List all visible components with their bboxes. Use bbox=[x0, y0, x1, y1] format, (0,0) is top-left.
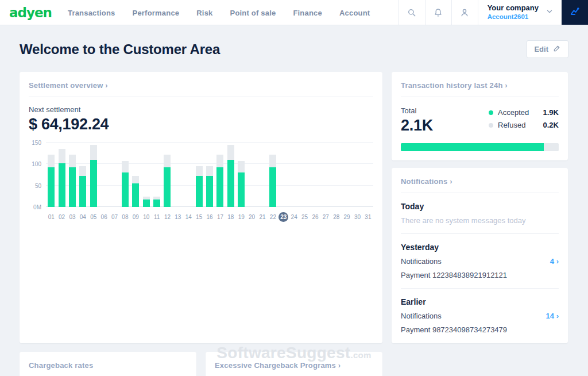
nav-item-performance[interactable]: Performance bbox=[133, 9, 180, 17]
chevron-down-icon bbox=[546, 7, 554, 18]
customer-area-main: Welcome to the Customer Area Edit Settle… bbox=[0, 40, 588, 376]
accepted-dot bbox=[489, 110, 493, 115]
divider bbox=[401, 193, 559, 193]
earlier-heading: Earlier bbox=[401, 297, 559, 306]
user-icon bbox=[459, 7, 470, 18]
accepted-label: Accepted bbox=[498, 108, 529, 117]
total-label: Total bbox=[401, 106, 433, 115]
yesterday-heading: Yesterday bbox=[401, 243, 559, 252]
edit-button-label: Edit bbox=[534, 45, 548, 53]
chargeback-rates-card: Chargeback rates Chargebacks Risk Bank bbox=[20, 352, 196, 376]
chargeback-rates-title: Chargeback rates bbox=[29, 361, 187, 370]
transaction-legend: Accepted 1.9K Refused 0.2K bbox=[489, 108, 559, 135]
total-value: 2.1K bbox=[401, 117, 433, 135]
search-button[interactable] bbox=[399, 0, 425, 25]
legend-accepted: Accepted 1.9K bbox=[489, 108, 559, 117]
refused-label: Refused bbox=[498, 121, 525, 129]
account-id: Account2601 bbox=[488, 13, 539, 21]
notifications-yesterday-section: Yesterday Notifications 4 › Payment 1223… bbox=[401, 243, 559, 279]
notifications-today-section: Today There are no system messages today bbox=[401, 202, 559, 225]
transaction-progress-bar bbox=[401, 143, 559, 151]
adyen-logo[interactable]: adyen bbox=[0, 0, 68, 25]
notifications-button[interactable] bbox=[425, 0, 451, 25]
refused-dot bbox=[489, 123, 493, 128]
refused-value: 0.2K bbox=[543, 121, 559, 129]
transaction-history-card: Transaction history last 24h › Total 2.1… bbox=[392, 72, 568, 160]
accepted-value: 1.9K bbox=[543, 108, 559, 117]
bar-chart-x-axis: 0102030405060708091011121314151617181920… bbox=[46, 212, 373, 222]
bar-chart-y-axis: 0M50100150 bbox=[29, 143, 46, 207]
nav-right: Your company Account2601 bbox=[399, 0, 588, 25]
today-heading: Today bbox=[401, 202, 559, 211]
analytics-chart-icon bbox=[569, 6, 581, 20]
today-empty-message: There are no system messages today bbox=[401, 216, 559, 225]
top-nav: adyen Transactions Performance Risk Poin… bbox=[0, 0, 588, 25]
legend-refused: Refused 0.2K bbox=[489, 121, 559, 129]
next-settlement-label: Next settlement bbox=[29, 105, 373, 114]
settlement-bar-chart: 0M50100150 01020304050607080910111213141… bbox=[29, 143, 373, 222]
transaction-history-link[interactable]: Transaction history last 24h › bbox=[401, 81, 559, 90]
next-settlement-amount: $ 64,192.24 bbox=[29, 116, 373, 133]
yesterday-notifications-label: Notifications bbox=[401, 257, 442, 266]
settlement-overview-link[interactable]: Settlement overview › bbox=[29, 81, 373, 90]
bar-chart-plot bbox=[46, 143, 373, 207]
account-switcher[interactable]: Your company Account2601 bbox=[478, 0, 562, 25]
nav-item-finance[interactable]: Finance bbox=[293, 9, 322, 17]
divider bbox=[29, 97, 373, 97]
earlier-notifications-label: Notifications bbox=[401, 312, 442, 320]
nav-item-risk[interactable]: Risk bbox=[196, 9, 212, 17]
divider bbox=[401, 233, 559, 234]
bell-icon bbox=[433, 7, 443, 18]
company-name: Your company bbox=[488, 3, 539, 13]
divider bbox=[401, 288, 559, 289]
profile-button[interactable] bbox=[451, 0, 478, 25]
divider bbox=[401, 97, 559, 97]
settlement-overview-card: Settlement overview › Next settlement $ … bbox=[20, 72, 382, 343]
excessive-chargeback-link[interactable]: Excessive Chargeback Programs › bbox=[215, 361, 373, 370]
yesterday-notifications-count-link[interactable]: 4 › bbox=[550, 257, 559, 266]
app-launcher-button[interactable] bbox=[562, 0, 588, 25]
notifications-earlier-section: Earlier Notifications 14 › Payment 98723… bbox=[401, 297, 559, 334]
yesterday-payment-reference: Payment 122384838921912121 bbox=[401, 271, 507, 279]
transaction-progress-fill bbox=[401, 143, 544, 151]
main-menu: Transactions Performance Risk Point of s… bbox=[68, 0, 370, 25]
pencil-icon bbox=[553, 44, 561, 54]
page-title: Welcome to the Customer Area bbox=[20, 41, 220, 57]
notifications-link[interactable]: Notifications › bbox=[401, 177, 559, 186]
notifications-card: Notifications › Today There are no syste… bbox=[392, 168, 568, 343]
nav-item-transactions[interactable]: Transactions bbox=[68, 9, 115, 17]
earlier-payment-reference: Payment 987234098734273479 bbox=[401, 325, 507, 334]
excessive-chargeback-card: Excessive Chargeback Programs › Masterca… bbox=[206, 352, 382, 376]
nav-item-point-of-sale[interactable]: Point of sale bbox=[230, 9, 276, 17]
earlier-notifications-count-link[interactable]: 14 › bbox=[546, 312, 559, 320]
edit-button[interactable]: Edit bbox=[527, 40, 568, 58]
nav-item-account[interactable]: Account bbox=[339, 9, 370, 17]
search-icon bbox=[407, 7, 417, 18]
